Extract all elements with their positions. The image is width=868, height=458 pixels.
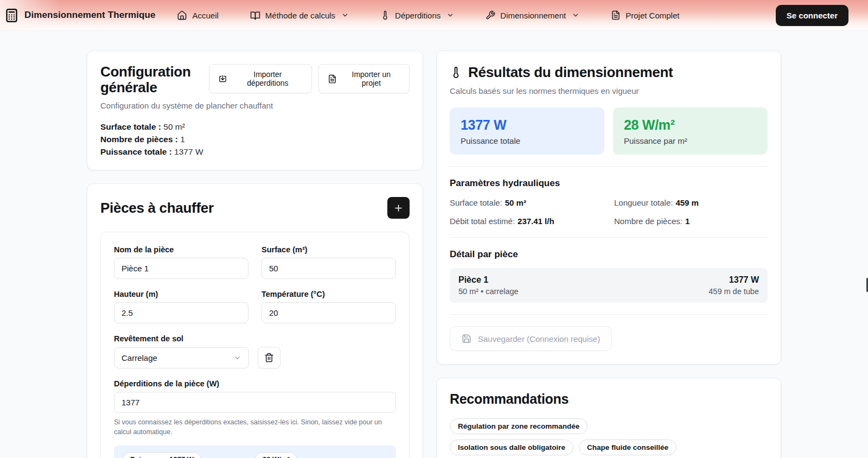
hydro-longueur: Longueur totale:459 m	[614, 198, 768, 207]
room-detail-power: 1377 W	[709, 275, 759, 285]
room-losses-label: Déperditions de la pièce (W)	[114, 379, 396, 388]
recommendation-badge: Chape fluide conseillée	[579, 440, 676, 455]
hydro-debit: Débit total estimé:237.41 l/h	[450, 217, 603, 226]
room-power-badge: Puissance: 1377 W	[123, 452, 201, 458]
chevron-down-icon	[446, 11, 454, 19]
recommendation-badge: Régulation par zone recommandée	[450, 418, 588, 434]
trash-icon	[264, 353, 274, 362]
hydraulics-heading: Paramètres hydrauliques	[450, 178, 768, 189]
divider	[450, 237, 768, 238]
add-room-button[interactable]	[387, 197, 410, 219]
divider	[450, 314, 768, 315]
right-column: Résultats du dimensionnement Calculs bas…	[436, 50, 781, 458]
room-name-field: Nom de la pièce	[114, 245, 248, 279]
hydraulics-grid: Surface totale:50 m² Longueur totale:459…	[450, 198, 768, 226]
hydro-nombre-pieces: Nombre de pièces:1	[614, 217, 768, 226]
home-icon	[177, 10, 187, 21]
room-surface-input[interactable]	[261, 258, 396, 279]
import-icon	[218, 74, 227, 84]
power-per-m2-stat: 28 W/m² Puissance par m²	[613, 107, 768, 155]
floor-covering-field: Revêtement de sol Carrelage	[114, 334, 396, 368]
room-height-label: Hauteur (m)	[114, 290, 248, 298]
thermometer-icon	[450, 66, 462, 79]
rooms-title: Pièces à chauffer	[100, 200, 214, 217]
results-title: Résultats du dimensionnement	[450, 64, 768, 81]
room-detail-meta: 50 m² • carrelage	[458, 287, 519, 296]
calculator-logo-icon	[4, 8, 19, 23]
navbar: Dimensionnement Thermique Accueil Méthod…	[0, 0, 868, 31]
file-text-icon	[611, 10, 621, 20]
left-column: Configuration générale Importer déperdit…	[87, 50, 423, 458]
thermometer-icon	[380, 10, 390, 20]
configuration-subtitle: Configuration du système de plancher cha…	[100, 101, 410, 110]
results-card: Résultats du dimensionnement Calculs bas…	[436, 50, 781, 365]
wrench-icon	[486, 10, 495, 20]
results-subtitle: Calculs basés sur les normes thermiques …	[450, 86, 768, 96]
room-losses-input[interactable]	[114, 392, 396, 413]
import-losses-button[interactable]: Importer déperditions	[209, 64, 312, 93]
delete-room-button[interactable]	[258, 347, 280, 368]
total-power-label: Puissance totale	[461, 136, 593, 145]
room-name-input[interactable]	[114, 258, 248, 279]
room-losses-field: Déperditions de la pièce (W) Si vous con…	[114, 379, 396, 437]
room-form: Nom de la pièce Surface (m²) Hauteur (m)…	[100, 232, 410, 458]
file-text-icon	[328, 74, 337, 84]
room-temperature-input[interactable]	[261, 302, 396, 323]
recommendation-badge: Isolation sous dalle obligatoire	[450, 440, 573, 455]
room-detail-tube: 459 m de tube	[709, 287, 759, 296]
app-title: Dimensionnement Thermique	[24, 10, 155, 21]
power-per-m2-label: Puissance par m²	[624, 136, 757, 145]
stat-puissance-totale: Puissance totale : 1377 W	[100, 147, 410, 157]
nav-item-dimensionnement[interactable]: Dimensionnement	[486, 10, 579, 20]
main-nav: Accueil Méthode de calculs Déperditions	[177, 10, 679, 21]
stat-nombre-pieces: Nombre de pièces : 1	[100, 135, 410, 144]
save-icon	[462, 334, 471, 344]
nav-item-projet-complet[interactable]: Projet Complet	[611, 10, 679, 20]
detail-heading: Détail par pièce	[450, 249, 768, 260]
room-surface-field: Surface (m²)	[261, 245, 396, 279]
total-power-value: 1377 W	[461, 117, 593, 133]
room-height-field: Hauteur (m)	[114, 290, 248, 323]
total-power-stat: 1377 W Puissance totale	[450, 107, 604, 155]
power-per-m2-value: 28 W/m²	[624, 117, 757, 133]
floor-covering-select[interactable]: Carrelage	[114, 347, 249, 368]
save-button[interactable]: Sauvegarder (Connexion requise)	[450, 326, 612, 351]
recommendations-title: Recommandations	[450, 391, 768, 407]
hydro-surface: Surface totale:50 m²	[450, 198, 603, 207]
chevron-down-icon	[233, 354, 241, 362]
import-project-button[interactable]: Importer un projet	[318, 64, 410, 93]
room-name-label: Nom de la pièce	[114, 245, 248, 254]
stat-surface-totale: Surface totale : 50 m²	[100, 122, 410, 132]
floor-covering-label: Revêtement de sol	[114, 334, 396, 343]
configuration-title: Configuration générale	[100, 64, 209, 96]
recommendations-pills: Régulation par zone recommandée Isolatio…	[450, 418, 710, 455]
rooms-card: Pièces à chauffer Nom de la pièce Surfac…	[87, 183, 423, 458]
main-content: Configuration générale Importer déperdit…	[0, 31, 868, 458]
configuration-stats: Surface totale : 50 m² Nombre de pièces …	[100, 122, 410, 157]
book-open-icon	[250, 10, 260, 21]
configuration-card: Configuration générale Importer déperdit…	[87, 50, 423, 170]
room-height-input[interactable]	[114, 302, 248, 323]
divider	[450, 166, 768, 167]
room-detail-row: Pièce 1 50 m² • carrelage 1377 W 459 m d…	[450, 268, 768, 303]
login-button[interactable]: Se connecter	[776, 5, 848, 26]
room-surface-label: Surface (m²)	[261, 245, 396, 254]
room-temperature-field: Température (°C)	[261, 290, 396, 323]
nav-item-accueil[interactable]: Accueil	[177, 10, 218, 21]
nav-item-deperditions[interactable]: Déperditions	[380, 10, 454, 20]
room-density-badge: 28 W/m²	[255, 452, 297, 458]
brand: Dimensionnement Thermique	[4, 8, 155, 23]
chevron-down-icon	[572, 11, 579, 19]
plus-icon	[393, 203, 404, 213]
room-power-box: Puissance: 1377 W 28 W/m²	[114, 446, 396, 458]
room-temperature-label: Température (°C)	[261, 290, 396, 298]
chevron-down-icon	[341, 11, 349, 19]
losses-helper-text: Si vous connaissez les déperditions exac…	[114, 417, 396, 437]
nav-item-methode-de-calculs[interactable]: Méthode de calculs	[250, 10, 349, 21]
room-detail-name: Pièce 1	[458, 275, 519, 285]
recommendations-card: Recommandations Régulation par zone reco…	[436, 378, 781, 458]
